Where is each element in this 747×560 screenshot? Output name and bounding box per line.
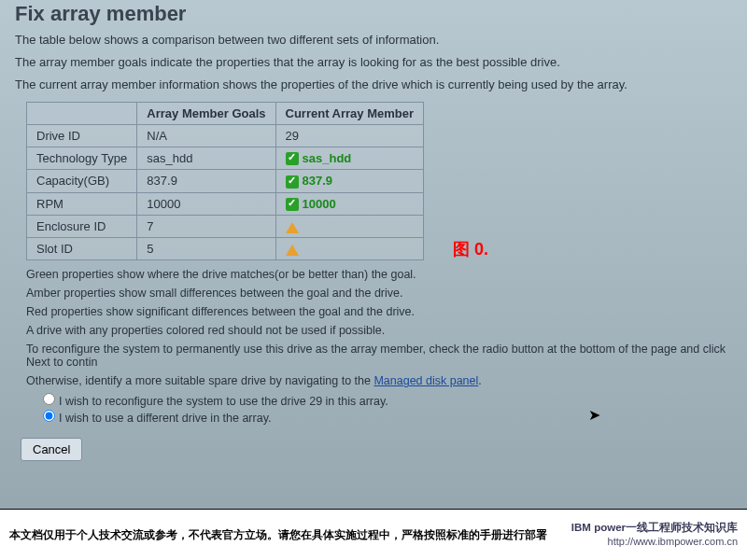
table-row: Capacity(GB) 837.9 837.9 xyxy=(27,170,424,193)
warning-icon xyxy=(286,245,299,256)
check-icon xyxy=(286,175,299,189)
desc-1: The table below shows a comparison betwe… xyxy=(15,32,732,49)
legend-avoid: A drive with any properties colored red … xyxy=(26,324,732,337)
cancel-button[interactable]: Cancel xyxy=(21,438,82,461)
radio-different-input[interactable] xyxy=(43,410,55,422)
radio-reconfigure[interactable]: I wish to reconfigure the system to use … xyxy=(43,393,732,408)
comparison-table: Array Member Goals Current Array Member … xyxy=(26,102,424,261)
managed-disk-link[interactable]: Managed disk panel xyxy=(374,374,478,387)
option-group: I wish to reconfigure the system to use … xyxy=(43,393,732,425)
legend-amber: Amber properties show small differences … xyxy=(26,287,732,300)
figure-label: 图 0. xyxy=(453,238,488,260)
page-title: Fix array member xyxy=(15,0,732,26)
footer-brand: IBM power一线工程师技术知识库 http://www.ibmpower.… xyxy=(571,521,738,548)
table-row: Enclosure ID 7 xyxy=(27,216,424,238)
legend-red: Red properties show significant differen… xyxy=(26,305,732,318)
table-row: Slot ID 5 xyxy=(27,238,424,260)
check-icon xyxy=(286,198,299,211)
main-panel: Fix array member The table below shows a… xyxy=(0,0,747,509)
radio-different[interactable]: I wish to use a different drive in the a… xyxy=(43,410,732,425)
check-icon xyxy=(286,152,299,165)
col-goals: Array Member Goals xyxy=(137,102,275,124)
desc-3: The current array member information sho… xyxy=(15,77,732,93)
instruction-otherwise: Otherwise, identify a more suitable spar… xyxy=(26,374,732,387)
legend-green: Green properties show where the drive ma… xyxy=(26,268,732,281)
instruction-reconfigure: To reconfigure the system to permanently… xyxy=(26,343,732,369)
footer-disclaimer: 本文档仅用于个人技术交流或参考，不代表官方立场。请您在具体实施过程中，严格按照标… xyxy=(9,528,547,542)
cursor-icon: ➤ xyxy=(588,406,600,424)
col-current: Current Array Member xyxy=(275,102,424,124)
table-row: Drive ID N/A 29 xyxy=(27,124,424,147)
warning-icon xyxy=(286,222,299,233)
footer-bar: 本文档仅用于个人技术交流或参考，不代表官方立场。请您在具体实施过程中，严格按照标… xyxy=(0,509,747,560)
desc-2: The array member goals indicate the prop… xyxy=(15,54,732,71)
radio-reconfigure-input[interactable] xyxy=(43,393,55,405)
table-row: RPM 10000 10000 xyxy=(27,192,424,216)
table-row: Technology Type sas_hdd sas_hdd xyxy=(27,147,424,170)
